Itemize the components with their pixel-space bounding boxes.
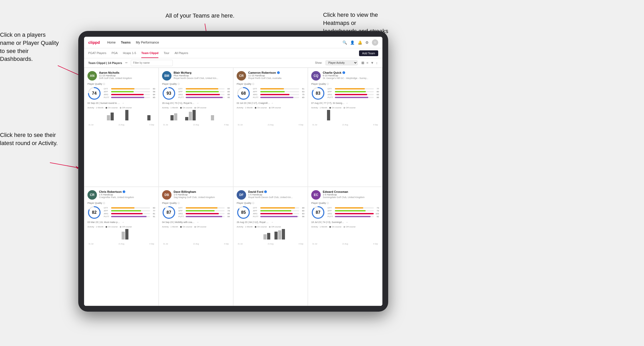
quality-circle[interactable]: 93 <box>162 87 176 100</box>
player-avatar: EC <box>311 190 321 200</box>
stat-row: PUTT95 <box>178 96 230 99</box>
player-card[interactable]: CRCameron Robertson✓11-15 HandicapRoyal … <box>233 68 308 187</box>
quality-circle[interactable]: 68 <box>237 87 250 100</box>
stat-row: OTT60 <box>104 207 155 209</box>
player-card[interactable]: ANAaron Nicholls11-15 HandicapDrift Golf… <box>84 68 159 187</box>
show-select[interactable]: Player Activity Quality Score Trend <box>325 60 358 65</box>
tab-pgat-players[interactable]: PGAT Players <box>88 48 106 58</box>
quality-section[interactable]: 74OTT60APP58ARG84PUTT85 <box>87 87 155 100</box>
stat-value: 85 <box>300 96 304 99</box>
player-name[interactable]: Aaron Nicholls <box>99 71 155 74</box>
activity-title: Activity · 1 Month <box>237 226 253 228</box>
latest-round[interactable]: 07 Aug 23 | 77 (+7), St George's Hill GC… <box>311 102 379 104</box>
nav-link-performance[interactable]: My Performance <box>136 41 159 44</box>
quality-circle[interactable]: 83 <box>311 87 325 100</box>
latest-round[interactable]: 26 Aug 23 | 73 (+1), Royal North Devon G… <box>162 102 230 104</box>
nav-link-teams[interactable]: Teams <box>121 41 131 44</box>
grid-view-icon[interactable]: ⊞ <box>361 60 365 65</box>
stat-bar-fill <box>111 91 134 92</box>
quality-section[interactable]: 93OTT84APP85ARG88PUTT95 <box>162 87 230 100</box>
activity-title: Activity · 1 Month <box>311 226 327 228</box>
tab-hcaps[interactable]: Hcaps 1-5 <box>123 48 136 58</box>
latest-round[interactable]: 18 Jul 23 | 74 (+3), Sunningdale GC - Ol… <box>311 221 379 223</box>
activity-title: Activity · 1 Month <box>237 107 253 109</box>
player-name[interactable]: Cameron Robertson✓ <box>248 71 304 74</box>
stat-row: APP63 <box>253 91 304 93</box>
quality-section[interactable]: 87OTT73APP79ARG103PUTT92 <box>311 206 379 219</box>
stat-label: ARG <box>328 212 334 215</box>
activity-legend: Activity · 1 Month On course Off course <box>311 107 379 109</box>
stat-bar-fill <box>335 91 366 92</box>
player-handicap: 11-15 Handicap <box>99 74 155 77</box>
chart-bar <box>111 113 114 120</box>
quality-section[interactable]: 68OTT61APP63ARG75PUTT85 <box>237 87 304 100</box>
chart-labels: 31 Jul21 Aug4 Sep <box>311 243 379 245</box>
chart-label: 4 Sep <box>224 124 229 126</box>
quality-circle[interactable]: 87 <box>162 206 176 219</box>
quality-section[interactable]: 87OTT82APP74ARG85PUTT94 <box>162 206 230 219</box>
player-info: Dave Billingham1-5 HandicapSag Maging Go… <box>174 190 230 199</box>
list-view-icon[interactable]: ≡ <box>366 60 369 65</box>
player-card[interactable]: BMBlair McHargPlus HandicapRoyal North D… <box>159 68 233 187</box>
search-input[interactable] <box>131 60 173 66</box>
player-name[interactable]: Blair McHarg <box>174 71 230 74</box>
player-name[interactable]: David Ford✓ <box>248 190 304 193</box>
stat-bar-bg <box>111 210 150 211</box>
tab-all-players[interactable]: All Players <box>175 48 188 58</box>
sort-icon[interactable]: ↕ <box>376 60 378 65</box>
stat-label: APP <box>104 91 110 93</box>
chart-label: 21 Aug <box>268 243 273 245</box>
avatar[interactable]: U <box>372 39 378 46</box>
stat-row: PUTT91 <box>104 215 155 218</box>
stat-row: OTT60 <box>104 88 155 90</box>
stat-row: ARG83 <box>253 212 304 215</box>
quality-circle[interactable]: 87 <box>311 206 325 219</box>
player-card[interactable]: DFDavid Ford✓1-5 HandicapRoyal North Dev… <box>233 187 308 306</box>
latest-round[interactable]: 02 Sep 23 | Sunset round to get back int… <box>87 102 155 104</box>
player-header: CRCameron Robertson✓11-15 HandicapRoyal … <box>237 71 304 81</box>
player-card[interactable]: CQCharlie Quick✓6-10 HandicapSt. George'… <box>308 68 382 187</box>
profile-icon[interactable]: 👤 <box>350 40 355 45</box>
nav-link-home[interactable]: Home <box>107 41 116 44</box>
tab-team-clippd[interactable]: Team Clippd <box>141 48 158 58</box>
stat-label: ARG <box>253 93 259 96</box>
latest-round[interactable]: 02 Jul 23 | 59 (+17), Craigmillar Park G… <box>237 102 304 104</box>
player-card[interactable]: DBDave Billingham1-5 HandicapSag Maging … <box>159 187 233 306</box>
stat-bar-fill <box>186 94 220 95</box>
latest-round[interactable]: 04 Sep 23 | Mobility with coach, Gym→ <box>162 221 230 223</box>
stat-label: OTT <box>104 207 110 209</box>
player-card[interactable]: CRChris Robertson✓1-5 HandicapCraigmilla… <box>84 187 159 306</box>
player-name[interactable]: Charlie Quick✓ <box>323 71 379 74</box>
quality-section[interactable]: 82OTT60APP77ARG81PUTT91 <box>87 206 155 219</box>
stat-bar-fill <box>111 97 144 98</box>
quality-section[interactable]: 83OTT77APP80ARG83PUTT86 <box>311 87 379 100</box>
tab-pga[interactable]: PGA <box>112 48 118 58</box>
tab-tour[interactable]: Tour <box>164 48 169 58</box>
settings-icon[interactable]: ⚙ <box>365 40 369 45</box>
stat-value: 77 <box>151 210 155 212</box>
stat-bar-fill <box>186 91 219 92</box>
player-info: Blair McHargPlus HandicapRoyal North Dev… <box>174 71 230 79</box>
activity-section: Activity · 1 Month On course Off course … <box>87 226 155 245</box>
stat-row: APP77 <box>104 210 155 212</box>
quality-section[interactable]: 85OTT89APP80ARG83PUTT96 <box>237 206 304 219</box>
bell-icon[interactable]: 🔔 <box>358 40 362 45</box>
search-icon[interactable]: 🔍 <box>342 40 347 45</box>
latest-round[interactable]: 03 Mar 23 | 19, Must make putting→ <box>87 221 155 223</box>
filter-icon[interactable]: ▼ <box>370 60 375 65</box>
stat-bar-bg <box>111 88 150 89</box>
player-name[interactable]: Chris Robertson✓ <box>99 190 155 193</box>
player-name[interactable]: Dave Billingham <box>174 190 230 193</box>
player-name[interactable]: Edward Crossman <box>323 190 379 193</box>
edit-icon[interactable]: ✏ <box>125 61 128 65</box>
quality-circle[interactable]: 85 <box>237 206 250 219</box>
player-avatar: DF <box>237 190 246 200</box>
latest-round[interactable]: 26 Aug 23 | 84 (+12), Royal North Devon … <box>237 221 304 223</box>
stat-bar-fill <box>186 216 222 217</box>
off-course-label: Off course <box>271 226 281 228</box>
player-card[interactable]: ECEdward Crossman1-5 HandicapSunningdale… <box>308 187 382 306</box>
quality-circle[interactable]: 82 <box>87 206 101 219</box>
quality-circle[interactable]: 74 <box>87 87 101 100</box>
add-team-button[interactable]: Add Team <box>359 50 378 56</box>
chart-label: 21 Aug <box>193 124 199 126</box>
